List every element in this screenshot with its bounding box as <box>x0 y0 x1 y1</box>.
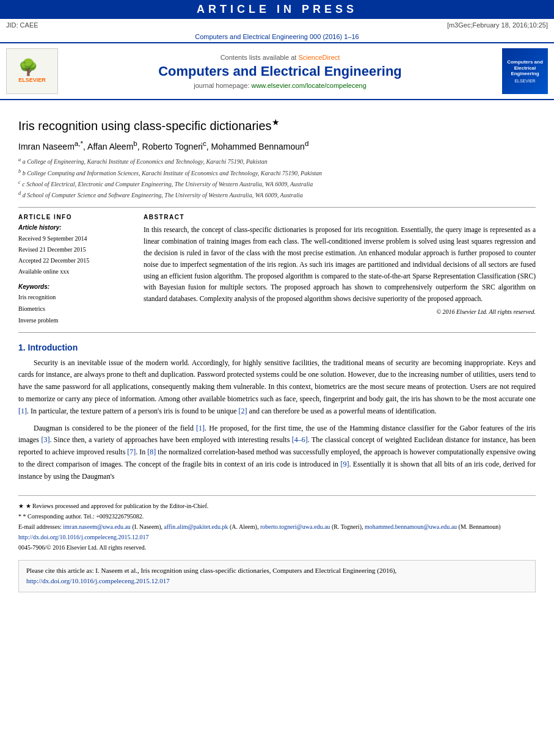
ref-2[interactable]: [2] <box>239 407 247 415</box>
introduction-para-2: Daugman is considered to be the pioneer … <box>18 423 536 483</box>
homepage-link[interactable]: www.elsevier.com/locate/compeleceng <box>251 82 366 89</box>
header-meta: [m3Gec;February 18, 2016;10:25] <box>447 21 548 29</box>
article-info-abstract-section: ARTICLE INFO Article history: Received 9… <box>18 214 536 326</box>
elsevier-logo-left: 🌳 ELSEVIER <box>6 48 58 94</box>
contents-line: Contents lists available at ScienceDirec… <box>64 54 496 61</box>
logo-right-sub: ELSEVIER <box>514 79 535 83</box>
footnote-doi: http://dx.doi.org/10.1016/j.compeleceng.… <box>18 532 536 542</box>
sciencedirect-link[interactable]: ScienceDirect <box>298 54 340 61</box>
affiliations: a a College of Engineering, Karachi Inst… <box>18 156 536 200</box>
doi-journal-ref: Computers and Electrical Engineering 000… <box>195 33 359 40</box>
ref-9[interactable]: [9] <box>340 460 349 468</box>
jid-label: JID: CAEE <box>6 21 38 29</box>
email-aleem[interactable]: affin.alim@pakitet.edu.pk <box>164 523 228 530</box>
ref-1b[interactable]: [1] <box>196 424 205 432</box>
article-title: Iris recognition using class-specific di… <box>18 117 536 133</box>
logo-right-text: Computers andElectricalEngineering <box>507 59 543 77</box>
divider-2 <box>18 332 536 333</box>
divider-1 <box>18 207 536 208</box>
citation-doi-link[interactable]: http://dx.doi.org/10.1016/j.compeleceng.… <box>26 577 170 584</box>
ref-8[interactable]: [8] <box>147 448 156 456</box>
introduction-para-1: Security is an inevitable issue of the m… <box>18 357 536 418</box>
abstract-text: In this research, the concept of class-s… <box>144 224 536 305</box>
copyright-line: © 2016 Elsevier Ltd. All rights reserved… <box>144 308 536 315</box>
footnotes-area: ★ ★ Reviews processed and approved for p… <box>18 495 536 553</box>
main-content: Iris recognition using class-specific di… <box>0 100 554 598</box>
affiliation-c: c c School of Electrical, Electronic and… <box>18 178 536 189</box>
abstract-heading: ABSTRACT <box>144 214 536 220</box>
journal-center: Contents lists available at ScienceDirec… <box>64 54 496 89</box>
affiliation-d: d d School of Computer Science and Softw… <box>18 189 536 200</box>
header-row: JID: CAEE [m3Gec;February 18, 2016;10:25… <box>0 19 554 31</box>
keywords-list: Iris recognition Biometrics Inverse prob… <box>18 291 131 326</box>
title-star: ★ <box>272 117 280 127</box>
journal-header: 🌳 ELSEVIER Contents lists available at S… <box>0 42 554 100</box>
ref-1[interactable]: [1] <box>18 407 27 415</box>
ref-7[interactable]: [7] <box>127 448 136 456</box>
homepage-line: journal homepage: www.elsevier.com/locat… <box>64 82 496 89</box>
email-bennamoun[interactable]: mohammed.bennamoun@uwa.edu.au <box>365 523 457 530</box>
keywords-label: Keywords: <box>18 283 131 290</box>
article-info-col: ARTICLE INFO Article history: Received 9… <box>18 214 131 326</box>
affiliation-a: a a College of Engineering, Karachi Inst… <box>18 156 536 167</box>
tree-icon: 🌳 <box>18 60 46 76</box>
article-in-press-banner: ARTICLE IN PRESS <box>0 0 554 19</box>
footnote-star: ★ ★ Reviews processed and approved for p… <box>18 501 536 511</box>
article-history-label: Article history: <box>18 224 131 231</box>
footnote-doi-link[interactable]: http://dx.doi.org/10.1016/j.compeleceng.… <box>18 534 148 540</box>
citation-box: Please cite this article as: I. Naseem e… <box>18 560 536 592</box>
footnote-issn: 0045-7906/© 2016 Elsevier Ltd. All right… <box>18 542 536 553</box>
authors-line: Imran Naseema,*, Affan Aleemb, Roberto T… <box>18 139 536 151</box>
abstract-col: ABSTRACT In this research, the concept o… <box>144 214 536 326</box>
affiliation-b: b b College Computing and Information Sc… <box>18 167 536 178</box>
journal-title: Computers and Electrical Engineering <box>64 64 496 79</box>
footnote-emails: E-mail addresses: imran.naseem@uwa.edu.a… <box>18 522 536 532</box>
doi-line: Computers and Electrical Engineering 000… <box>0 31 554 42</box>
footnote-corresponding: * * Corresponding author. Tel.: +0092322… <box>18 511 536 522</box>
email-naseem[interactable]: imran.naseem@uwa.edu.au <box>63 523 131 530</box>
article-info-dates: Received 9 September 2014 Revised 21 Dec… <box>18 233 131 277</box>
article-info-heading: ARTICLE INFO <box>18 214 131 220</box>
email-togneri[interactable]: roberto.togneri@uwa.edu.au <box>260 523 330 530</box>
introduction-title: 1. Introduction <box>18 343 536 352</box>
journal-logo-right: Computers andElectricalEngineering ELSEV… <box>502 48 548 94</box>
ref-3[interactable]: [3] <box>41 435 49 444</box>
ref-4-6[interactable]: [4–6] <box>292 435 308 444</box>
